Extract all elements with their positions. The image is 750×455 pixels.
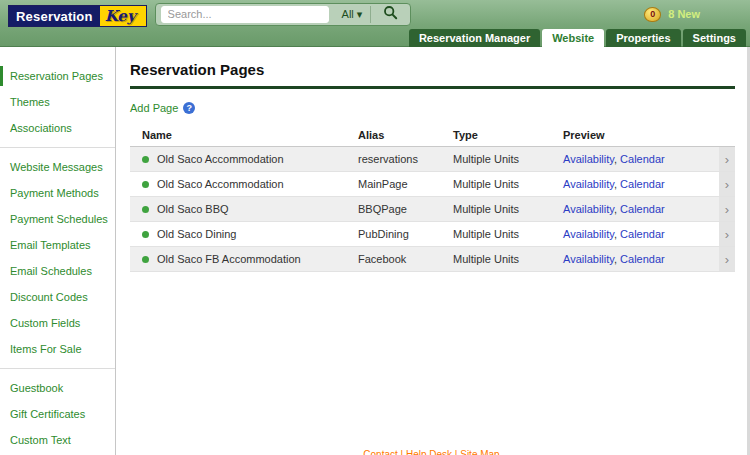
page-name: Old Saco Accommodation — [157, 153, 284, 165]
sidebar-item-email-templates[interactable]: Email Templates — [0, 232, 115, 258]
sidebar-item-payment-schedules[interactable]: Payment Schedules — [0, 206, 115, 232]
chevron-right-icon[interactable]: › — [719, 147, 735, 171]
table-row[interactable]: Old Saco Accommodation reservations Mult… — [130, 147, 735, 172]
sidebar-item-items-for-sale[interactable]: Items For Sale — [0, 336, 115, 362]
new-notifications-link[interactable]: 8 New — [668, 8, 700, 20]
page-name: Old Saco FB Accommodation — [157, 253, 301, 265]
page-name-cell: Old Saco Accommodation — [130, 153, 358, 165]
tab-website[interactable]: Website — [542, 29, 604, 47]
table-row[interactable]: Old Saco FB Accommodation Facebook Multi… — [130, 247, 735, 272]
page-type: Multiple Units — [453, 153, 563, 165]
add-page-link[interactable]: Add Page — [130, 102, 178, 114]
preview-cell: Availability, Calendar — [563, 228, 719, 240]
page-type: Multiple Units — [453, 203, 563, 215]
column-header-name: Name — [130, 129, 358, 141]
page-alias: reservations — [358, 153, 453, 165]
tab-reservation-manager[interactable]: Reservation Manager — [409, 29, 540, 47]
table-header-row: Name Alias Type Preview — [130, 123, 735, 147]
search-button[interactable] — [371, 4, 410, 25]
sidebar-item-associations[interactable]: Associations — [0, 115, 115, 141]
rewards-bag-icon[interactable]: 0 — [644, 7, 661, 22]
preview-cell: Availability, Calendar — [563, 253, 719, 265]
sidebar: Reservation Pages Themes Associations We… — [0, 47, 116, 455]
main-tab-bar: Reservation Manager Website Properties S… — [0, 28, 750, 47]
sidebar-divider — [0, 147, 115, 148]
add-page-row: Add Page ? — [130, 102, 735, 114]
content-area: Reservation Pages Themes Associations We… — [0, 47, 750, 455]
sidebar-item-reservation-pages[interactable]: Reservation Pages — [0, 63, 115, 89]
page-type: Multiple Units — [453, 228, 563, 240]
calendar-link[interactable]: Calendar — [620, 178, 665, 190]
app-window: Reservation Key All ▾ — [0, 0, 750, 455]
search-input[interactable] — [161, 6, 329, 23]
preview-cell: Availability, Calendar — [563, 178, 719, 190]
availability-link[interactable]: Availability — [563, 228, 614, 240]
chevron-right-icon[interactable]: › — [719, 197, 735, 221]
table-row[interactable]: Old Saco BBQ BBQPage Multiple Units Avai… — [130, 197, 735, 222]
reservationkey-logo[interactable]: Reservation Key — [8, 5, 147, 27]
logo-text-primary: Reservation — [9, 6, 100, 26]
sidebar-item-website-messages[interactable]: Website Messages — [0, 154, 115, 180]
sidebar-item-themes[interactable]: Themes — [0, 89, 115, 115]
active-status-dot-icon — [142, 181, 149, 188]
page-alias: BBQPage — [358, 203, 453, 215]
page-title: Reservation Pages — [130, 61, 735, 78]
availability-link[interactable]: Availability — [563, 203, 614, 215]
sidebar-item-custom-fields[interactable]: Custom Fields — [0, 310, 115, 336]
sidebar-item-gift-certificates[interactable]: Gift Certificates — [0, 401, 115, 427]
availability-link[interactable]: Availability — [563, 253, 614, 265]
search-scope-label: All — [342, 8, 354, 20]
search-bar: All ▾ — [155, 3, 412, 26]
preview-cell: Availability, Calendar — [563, 153, 719, 165]
search-icon — [383, 5, 398, 23]
active-status-dot-icon — [142, 156, 149, 163]
calendar-link[interactable]: Calendar — [620, 253, 665, 265]
footer-links: Contact | Help Desk | Site Map — [116, 449, 747, 455]
rewards-count: 0 — [650, 9, 655, 19]
logo-text-secondary: Key — [100, 6, 146, 26]
page-name-cell: Old Saco Accommodation — [130, 178, 358, 190]
chevron-down-icon: ▾ — [357, 8, 363, 21]
sidebar-item-discount-codes[interactable]: Discount Codes — [0, 284, 115, 310]
page-name-cell: Old Saco BBQ — [130, 203, 358, 215]
page-name-cell: Old Saco Dining — [130, 228, 358, 240]
footer-links-text[interactable]: Contact | Help Desk | Site Map — [363, 449, 499, 455]
search-scope-dropdown[interactable]: All ▾ — [334, 8, 371, 21]
calendar-link[interactable]: Calendar — [620, 228, 665, 240]
page-name: Old Saco Accommodation — [157, 178, 284, 190]
sidebar-item-guestbook[interactable]: Guestbook — [0, 375, 115, 401]
calendar-link[interactable]: Calendar — [620, 153, 665, 165]
page-type: Multiple Units — [453, 178, 563, 190]
calendar-link[interactable]: Calendar — [620, 203, 665, 215]
chevron-right-icon[interactable]: › — [719, 247, 735, 271]
page-name: Old Saco BBQ — [157, 203, 229, 215]
page-alias: Facebook — [358, 253, 453, 265]
tab-settings[interactable]: Settings — [683, 29, 746, 47]
availability-link[interactable]: Availability — [563, 153, 614, 165]
active-status-dot-icon — [142, 256, 149, 263]
sidebar-divider — [0, 368, 115, 369]
availability-link[interactable]: Availability — [563, 178, 614, 190]
tab-properties[interactable]: Properties — [606, 29, 680, 47]
page-alias: PubDining — [358, 228, 453, 240]
sidebar-item-custom-text[interactable]: Custom Text — [0, 427, 115, 453]
title-divider — [130, 86, 735, 89]
column-header-preview: Preview — [563, 129, 719, 141]
top-header: Reservation Key All ▾ — [0, 0, 750, 47]
chevron-right-icon[interactable]: › — [719, 222, 735, 246]
sidebar-item-payment-methods[interactable]: Payment Methods — [0, 180, 115, 206]
preview-cell: Availability, Calendar — [563, 203, 719, 215]
reservation-pages-table: Name Alias Type Preview Old Saco Accommo… — [130, 123, 735, 272]
chevron-right-icon[interactable]: › — [719, 172, 735, 196]
sidebar-item-email-schedules[interactable]: Email Schedules — [0, 258, 115, 284]
top-header-main: Reservation Key All ▾ — [0, 0, 750, 28]
table-row[interactable]: Old Saco Accommodation MainPage Multiple… — [130, 172, 735, 197]
page-type: Multiple Units — [453, 253, 563, 265]
column-header-type: Type — [453, 129, 563, 141]
header-right-area: 0 8 New — [644, 7, 742, 22]
table-row[interactable]: Old Saco Dining PubDining Multiple Units… — [130, 222, 735, 247]
help-icon[interactable]: ? — [183, 102, 195, 114]
main-panel: Reservation Pages Add Page ? Name Alias … — [116, 47, 747, 455]
column-header-alias: Alias — [358, 129, 453, 141]
page-name: Old Saco Dining — [157, 228, 237, 240]
